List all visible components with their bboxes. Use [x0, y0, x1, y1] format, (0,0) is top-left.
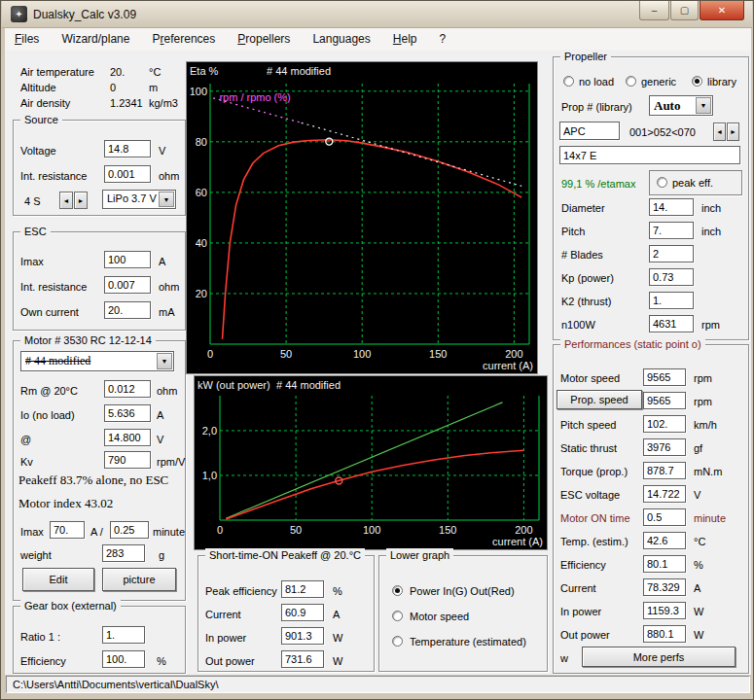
perf-in-power-unit: W [694, 605, 703, 618]
lower-graph-temp-radio[interactable] [392, 636, 403, 647]
battery-type-value: LiPo 3.7 V [107, 192, 158, 204]
lower-graph-power-radio[interactable] [392, 585, 403, 596]
battery-type-select[interactable]: LiPo 3.7 V ▼ [102, 190, 176, 209]
svg-text:0: 0 [217, 524, 223, 536]
lower-graph-speed-radio[interactable] [392, 611, 403, 621]
prop-pitch-field[interactable] [649, 222, 694, 239]
chevron-down-icon[interactable]: ▼ [157, 353, 172, 369]
esc-resistance-label: Int. resistance [20, 280, 87, 294]
prop-speed-field[interactable] [643, 392, 686, 409]
gearbox-group-title: Gear box (external) [20, 599, 121, 612]
temp-estim-field[interactable] [643, 532, 686, 549]
chevron-down-icon[interactable]: ▼ [696, 97, 711, 114]
peak-out-power-unit: W [333, 654, 342, 668]
menu-preferences[interactable]: Preferences [143, 28, 226, 46]
prop-next-icon[interactable]: ► [727, 122, 739, 141]
esc-voltage-field[interactable] [643, 485, 686, 503]
peak-current-unit: A [333, 608, 340, 621]
menu-help[interactable]: Help [383, 28, 427, 46]
svg-text:rpm / rpmo (%): rpm / rpmo (%) [219, 91, 290, 103]
voltage-field[interactable] [104, 140, 151, 158]
voltage-unit: V [159, 144, 165, 158]
menu-files[interactable]: Files [5, 28, 49, 46]
cells-decrement-icon[interactable]: ◄ [59, 192, 73, 209]
svg-text:150: 150 [429, 348, 447, 360]
chevron-down-icon[interactable]: ▼ [159, 192, 174, 207]
perf-in-power-field[interactable] [643, 602, 686, 619]
prop-blades-field[interactable] [649, 245, 694, 262]
svg-text:40: 40 [196, 237, 207, 249]
prop-pitch-unit: inch [701, 225, 721, 238]
motor-speed-field[interactable] [643, 368, 686, 386]
prop-k2-field[interactable] [649, 292, 694, 309]
esc-own-current-label: Own current [20, 305, 79, 319]
motor-on-time-field[interactable] [643, 508, 686, 526]
esc-voltage-unit: V [694, 488, 700, 502]
motor-imax-label: Imax [20, 525, 44, 539]
edit-button[interactable]: Edit [22, 568, 94, 591]
motor-at-unit: V [157, 433, 163, 446]
menu-wizard-plane[interactable]: Wizard/plane [52, 28, 139, 46]
esc-imax-field[interactable] [104, 251, 151, 268]
prop-diameter-unit: inch [701, 201, 721, 215]
peak-in-power-unit: W [333, 631, 342, 645]
pitch-speed-field[interactable] [643, 415, 686, 433]
maximize-icon[interactable]: ▢ [670, 1, 699, 20]
motor-imax-field[interactable] [50, 521, 85, 539]
motor-kv-field[interactable] [104, 451, 151, 469]
prop-diameter-field[interactable] [649, 198, 694, 216]
air-density-unit: kg/m3 [149, 96, 178, 110]
source-group-title: Source [20, 113, 62, 126]
motor-on-time-label: Motor ON time [560, 511, 630, 525]
menu-propellers[interactable]: Propellers [228, 28, 300, 46]
peak-eff-radio[interactable] [657, 177, 667, 188]
svg-text:50: 50 [290, 524, 302, 536]
perf-out-power-field[interactable] [643, 625, 686, 643]
menu-question[interactable]: ? [430, 28, 456, 46]
motor-select[interactable]: # 44 modified ▼ [20, 351, 174, 371]
motor-kv-unit: rpm/V [157, 455, 185, 469]
close-icon[interactable]: ✕ [700, 1, 744, 20]
prop-kp-field[interactable] [649, 268, 694, 286]
peak-efficiency-field[interactable] [281, 580, 324, 598]
prop-kp-label: Kp (power) [561, 271, 614, 285]
peak-out-power-field[interactable] [281, 650, 324, 668]
prop-n100w-field[interactable] [649, 315, 694, 332]
gear-efficiency-field[interactable] [102, 650, 145, 668]
motor-at-label: @ [20, 433, 31, 446]
motor-rm-unit: ohm [157, 384, 177, 398]
air-temperature-value: 20. [110, 65, 125, 79]
motor-imax-unit: A / [90, 525, 103, 539]
prop-name-field[interactable] [559, 146, 740, 164]
prop-generic-radio[interactable] [626, 76, 636, 87]
menu-languages[interactable]: Languages [303, 28, 379, 46]
peak-current-field[interactable] [281, 604, 324, 621]
peak-in-power-field[interactable] [281, 627, 324, 645]
source-resistance-label: Int. resistance [20, 169, 87, 183]
more-perfs-button[interactable]: More perfs [582, 647, 736, 667]
prop-no-load-radio[interactable] [563, 76, 574, 87]
esc-own-current-field[interactable] [104, 301, 151, 319]
svg-text:current (A): current (A) [492, 536, 543, 547]
source-resistance-field[interactable] [104, 165, 151, 183]
motor-at-voltage-field[interactable] [104, 429, 151, 446]
perf-efficiency-field[interactable] [643, 555, 686, 573]
prop-brand-field[interactable] [559, 122, 620, 140]
perf-current-field[interactable] [643, 578, 686, 596]
static-thrust-field[interactable] [643, 438, 686, 456]
prop-number-select[interactable]: Auto ▼ [649, 95, 713, 116]
gear-ratio-field[interactable] [102, 626, 145, 644]
motor-weight-field[interactable] [102, 544, 145, 562]
prop-library-radio[interactable] [692, 76, 702, 87]
prop-prev-icon[interactable]: ◄ [713, 122, 726, 141]
picture-button[interactable]: picture [102, 568, 176, 591]
motor-imax-time-field[interactable] [110, 521, 149, 539]
motor-io-field[interactable] [104, 404, 151, 422]
torque-field[interactable] [643, 462, 686, 479]
motor-rm-field[interactable] [104, 380, 151, 398]
prop-speed-button[interactable]: Prop. speed [557, 390, 642, 409]
esc-resistance-field[interactable] [104, 276, 151, 294]
motor-weight-label: weight [20, 548, 52, 562]
cells-increment-icon[interactable]: ► [74, 192, 88, 209]
minimize-icon[interactable]: – [639, 1, 669, 20]
